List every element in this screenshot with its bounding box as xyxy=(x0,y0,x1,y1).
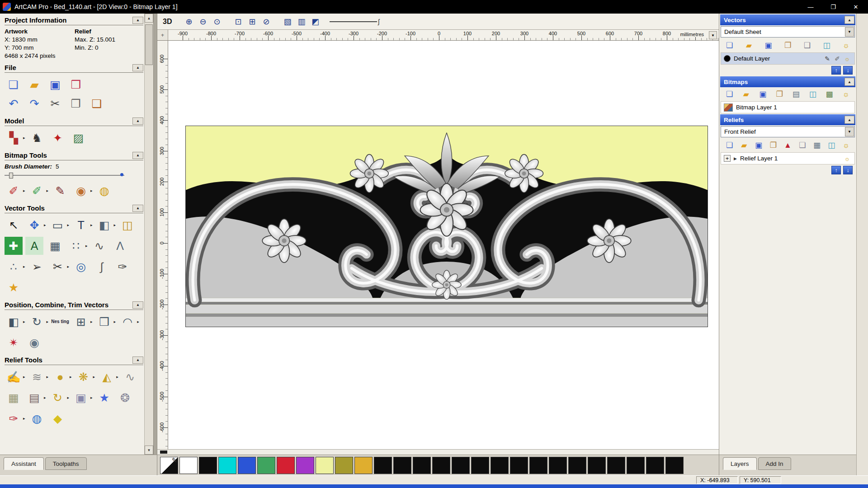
sep-1[interactable] xyxy=(175,16,181,28)
align-vectors-icon[interactable]: ◧ xyxy=(5,313,23,331)
restore-button[interactable]: ❐ xyxy=(824,1,843,12)
move-layer-down-button[interactable]: ↓ xyxy=(843,66,853,75)
toggle-vector-layer-icon[interactable]: ☼ xyxy=(843,54,852,63)
mirror-tool-icon[interactable]: ◧ xyxy=(95,216,113,234)
colour-swatch[interactable] xyxy=(568,457,586,474)
nesting-icon[interactable]: Nes ting xyxy=(51,313,69,331)
zoom-fit-icon[interactable]: ⊞ xyxy=(246,16,258,28)
paste-relief-icon[interactable]: ✑ xyxy=(5,409,23,427)
colour-swatch[interactable] xyxy=(452,457,470,474)
collapse-position-tools-button[interactable]: ▲ xyxy=(132,301,143,309)
node-editing-icon[interactable]: ∿ xyxy=(90,237,108,255)
bitmap-image-icon[interactable]: ▨ xyxy=(70,129,88,147)
left-panel-splitter[interactable] xyxy=(153,14,157,455)
polyline-tool-icon[interactable]: Λ xyxy=(111,237,129,255)
colour-swatch[interactable] xyxy=(607,457,625,474)
merge-bitmap-layers-icon[interactable]: ▩ xyxy=(824,89,835,99)
copy-relief-layer-icon[interactable]: ❐ xyxy=(768,140,779,150)
colour-swatch[interactable] xyxy=(354,457,373,474)
paste-vector-layer-icon[interactable]: ❑ xyxy=(802,40,813,51)
colour-swatch[interactable] xyxy=(432,457,450,474)
colour-swatch[interactable] xyxy=(199,457,217,474)
colour-swatch[interactable] xyxy=(238,457,256,474)
tab-toolpaths[interactable]: Toolpaths xyxy=(45,457,87,470)
brush-slider-thumb[interactable] xyxy=(9,173,13,178)
ruler-origin-icon[interactable]: + xyxy=(157,30,168,41)
collapse-vectors-button[interactable]: ▲ xyxy=(844,16,854,24)
edit-vector-layer-icon[interactable]: ✎ xyxy=(823,54,832,63)
canvas-hscroll-thumb[interactable] xyxy=(160,450,167,454)
colour-swatch[interactable] xyxy=(529,457,547,474)
copy-bitmap-layer-icon[interactable]: ❐ xyxy=(774,89,785,99)
add-clay-icon[interactable]: ● xyxy=(51,368,69,386)
zoom-window-icon[interactable]: ⊡ xyxy=(232,16,244,28)
redo-icon[interactable]: ↷ xyxy=(25,94,43,113)
preview-relief-icon[interactable]: ◩ xyxy=(309,16,321,28)
envelope-relief-icon[interactable]: ▣ xyxy=(72,389,90,407)
model-preview-icon[interactable]: ♞ xyxy=(28,129,46,147)
bezier-pen-icon[interactable]: ✑ xyxy=(113,258,132,276)
fit-arc-icon[interactable]: ◠ xyxy=(118,313,137,331)
paint-icon[interactable]: ✐ xyxy=(5,182,23,200)
star-tool-icon[interactable]: ★ xyxy=(5,278,23,296)
save-model-icon[interactable]: ▣ xyxy=(46,75,64,94)
delete-relief-layer-icon[interactable]: ◫ xyxy=(826,140,837,150)
select-vectors-icon[interactable]: ↖ xyxy=(5,216,23,234)
colour-swatch[interactable] xyxy=(277,457,295,474)
colour-swatch[interactable] xyxy=(646,457,664,474)
colour-swatch[interactable] xyxy=(257,457,275,474)
delete-vector-layer-icon[interactable]: ◫ xyxy=(821,40,832,51)
left-scrollbar-thumb[interactable] xyxy=(145,24,153,65)
save-relief-layer-icon[interactable]: ▣ xyxy=(753,140,764,150)
shape-editor-icon[interactable]: ✚ xyxy=(5,237,23,255)
new-model-icon[interactable]: ❏ xyxy=(5,75,23,94)
colour-swatch[interactable] xyxy=(335,457,353,474)
text-tool-icon[interactable]: T xyxy=(72,216,90,234)
colour-swatch[interactable] xyxy=(549,457,567,474)
move-relief-down-button[interactable]: ↓ xyxy=(843,166,853,174)
circular-copy-icon[interactable]: ↻ xyxy=(28,313,46,331)
scroll-up-icon[interactable]: ▲ xyxy=(145,14,153,23)
extract-relief-icon[interactable]: ◆ xyxy=(49,409,67,427)
2d-view[interactable]: -900-800-700-600-500-400-300-200-1000100… xyxy=(157,30,719,455)
snap-points-icon[interactable]: ∷ xyxy=(67,237,85,255)
sheet-dropdown[interactable]: Default Sheet ▼ xyxy=(721,26,855,38)
angle-relief-icon[interactable]: ◭ xyxy=(98,368,116,386)
stamp-model-icon[interactable]: ✦ xyxy=(49,129,67,147)
merge-vector-layer-icon[interactable]: ✐ xyxy=(833,54,842,63)
close-button[interactable]: ✕ xyxy=(846,1,865,12)
save-vector-layer-icon[interactable]: ▣ xyxy=(763,40,774,51)
canvas-horizontal-scrollbar[interactable] xyxy=(157,449,719,455)
fit-curve-icon[interactable]: ∫ xyxy=(93,258,111,276)
relief-dropdown[interactable]: Front Relief ▼ xyxy=(721,126,855,137)
open-relief-layer-icon[interactable]: ▰ xyxy=(738,140,750,150)
relief-library-icon[interactable]: ▤ xyxy=(25,389,43,407)
colour-swatch[interactable] xyxy=(393,457,411,474)
adjust-bitmap-layer-icon[interactable]: ▤ xyxy=(790,89,802,99)
spin-relief-icon[interactable]: ↻ xyxy=(49,389,67,407)
smooth-curve-icon[interactable]: ∿ xyxy=(121,368,139,386)
active-colour-indicator[interactable]: ✎ xyxy=(160,457,178,474)
brush-diameter-slider[interactable] xyxy=(5,172,124,179)
new-vector-layer-icon[interactable]: ❏ xyxy=(724,40,735,51)
toggle-all-vectors-icon[interactable]: ☼ xyxy=(840,40,852,51)
export-model-icon[interactable]: ❒ xyxy=(67,75,85,94)
scroll-down-icon[interactable]: ▼ xyxy=(145,446,153,455)
toggle-bitmap-view-icon[interactable]: ▧ xyxy=(281,16,293,28)
smooth-relief-icon[interactable]: ≋ xyxy=(28,368,46,386)
colour-swatch[interactable] xyxy=(316,457,334,474)
colour-swatch[interactable] xyxy=(627,457,645,474)
zoom-in-icon[interactable]: ⊕ xyxy=(183,16,195,28)
colour-swatch[interactable] xyxy=(491,457,509,474)
save-bitmap-layer-icon[interactable]: ▣ xyxy=(757,89,769,99)
block-copy-icon[interactable]: ⊞ xyxy=(72,313,90,331)
left-panel-scrollbar[interactable]: ▲ ▼ xyxy=(144,14,153,455)
delete-bitmap-layer-icon[interactable]: ◫ xyxy=(807,89,818,99)
trim-vectors-icon[interactable]: ✂ xyxy=(49,258,67,276)
calculate-relief-icon[interactable]: ▲ xyxy=(782,140,793,150)
greyscale-model-icon[interactable]: ▚ xyxy=(5,129,23,147)
bitmap-layer-row[interactable]: Bitmap Layer 1 xyxy=(721,101,855,113)
sep-3[interactable] xyxy=(274,16,279,28)
tab-add-in[interactable]: Add In xyxy=(758,457,791,470)
relief-layer-row[interactable]: + ▶ Relief Layer 1 ☼ xyxy=(721,152,855,164)
